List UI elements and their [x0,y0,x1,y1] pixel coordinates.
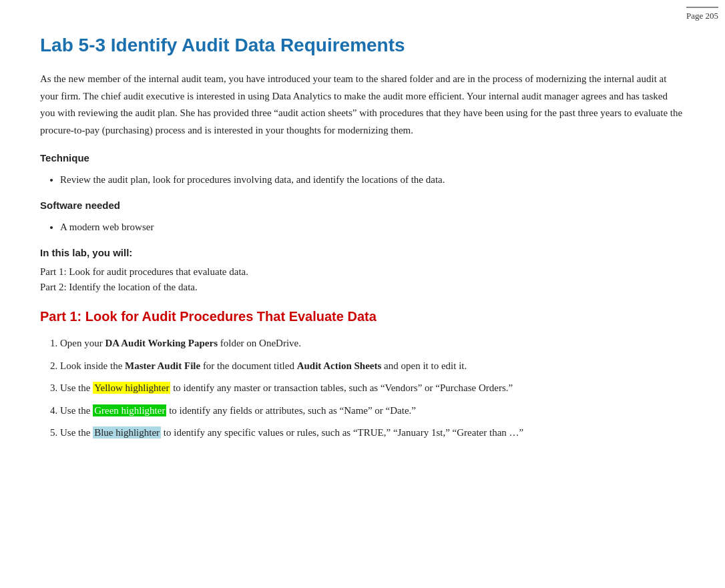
green-highlighter-label: Green highlighter [93,404,166,416]
part1-title: Part 1: Look for Audit Procedures That E… [40,309,685,324]
item3-after: to identify any master or transaction ta… [173,382,513,393]
technique-list: Review the audit plan, look for procedur… [60,172,685,188]
list-item: Open your DA Audit Working Papers folder… [60,335,685,352]
intro-paragraph: As the new member of the internal audit … [40,71,685,139]
part1-list: Open your DA Audit Working Papers folder… [60,335,685,442]
page-title: Lab 5-3 Identify Audit Data Requirements [40,33,685,57]
in-this-lab-heading: In this lab, you will: [40,247,685,258]
item5-after: to identify any specific values or rules… [164,427,523,438]
item1-before: Open your [60,338,105,348]
technique-bullet: Review the audit plan, look for procedur… [60,172,685,188]
item2-bold2: Audit Action Sheets [297,360,382,371]
software-list: A modern web browser [60,219,685,235]
list-item: Use the Green highlighter to identify an… [60,402,685,420]
technique-heading: Technique [40,152,685,164]
item5-before: Use the [60,427,93,438]
item4-before: Use the [60,405,93,416]
item2-middle: for the document titled [203,360,297,371]
software-bullet-text: A modern web browser [60,222,154,232]
software-bullet: A modern web browser [60,219,685,235]
list-item: Look inside the Master Audit File for th… [60,358,685,375]
item2-before: Look inside the [60,360,125,371]
list-item: Use the Yellow highlighter to identify a… [60,380,685,397]
part2-ref: Part 2: Identify the location of the dat… [40,282,685,293]
blue-highlighter-label: Blue highlighter [93,426,161,438]
item2-after: and open it to edit it. [384,360,467,371]
page-number: Page 205 [686,7,718,21]
part1-ref: Part 1: Look for audit procedures that e… [40,266,685,278]
item2-bold1: Master Audit File [125,360,200,371]
item1-after: folder on OneDrive. [220,338,301,348]
list-item: Use the Blue highlighter to identify any… [60,424,685,442]
software-heading: Software needed [40,200,685,211]
item4-after: to identify any fields or attributes, su… [169,405,416,416]
yellow-highlighter-label: Yellow highlighter [93,382,170,394]
item1-bold: DA Audit Working Papers [105,338,218,348]
item3-before: Use the [60,382,93,393]
page-container: Page 205 Lab 5-3 Identify Audit Data Req… [0,0,725,479]
